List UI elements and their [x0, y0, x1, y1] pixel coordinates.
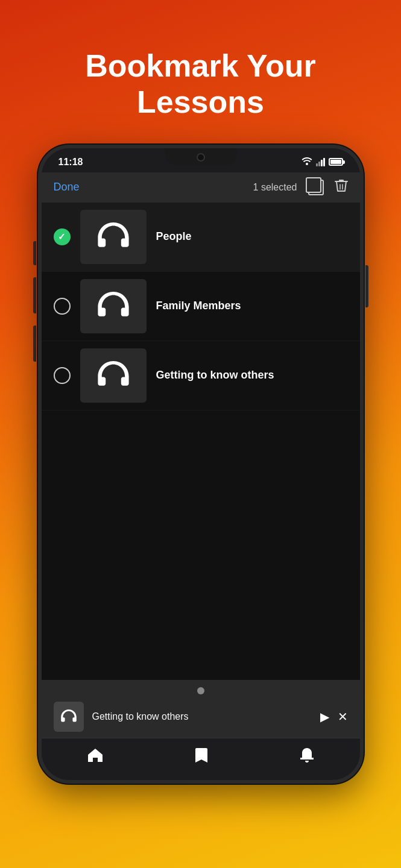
- nav-home[interactable]: [87, 747, 104, 767]
- bottom-player: Getting to know others ▶ ✕: [42, 680, 360, 738]
- player-title: Getting to know others: [92, 711, 312, 722]
- phone-shell: 11:18: [38, 145, 364, 784]
- player-thumbnail: [54, 702, 84, 732]
- lesson-list: People Family Members: [42, 203, 360, 680]
- lesson-thumbnail-2: [80, 279, 147, 333]
- svg-point-0: [306, 163, 308, 165]
- top-bar: Done 1 selected: [42, 172, 360, 203]
- bottom-nav: [42, 738, 360, 780]
- list-item[interactable]: Family Members: [42, 272, 360, 341]
- bookmark-icon: [194, 747, 209, 768]
- battery-icon: [329, 158, 343, 166]
- bell-icon: [299, 747, 315, 768]
- close-button[interactable]: ✕: [338, 709, 348, 724]
- lesson-thumbnail-1: [80, 210, 147, 264]
- nav-bookmark[interactable]: [194, 747, 209, 768]
- signal-icon: [316, 158, 325, 166]
- status-time: 11:18: [58, 157, 83, 168]
- list-item[interactable]: Getting to know others: [42, 341, 360, 410]
- camera-dot: [197, 153, 205, 162]
- headline-line1: Bookmark Your: [85, 48, 315, 83]
- player-progress-indicator: [197, 687, 204, 694]
- radio-button-3[interactable]: [54, 367, 71, 384]
- trash-icon[interactable]: [335, 178, 348, 197]
- side-button-left3: [33, 326, 36, 362]
- selected-count: 1 selected: [253, 182, 297, 193]
- nav-bell[interactable]: [299, 747, 315, 768]
- radio-button-2[interactable]: [54, 298, 71, 315]
- headline-line2: Lessons: [137, 84, 264, 119]
- notch: [165, 148, 237, 165]
- phone-mockup: 11:18: [38, 145, 364, 784]
- copy-icon[interactable]: [308, 180, 324, 195]
- player-content: Getting to know others ▶ ✕: [42, 696, 360, 738]
- side-button-right: [365, 265, 368, 307]
- lesson-title-3: Getting to know others: [156, 369, 274, 382]
- done-button[interactable]: Done: [54, 181, 80, 193]
- home-icon: [87, 747, 104, 767]
- lesson-thumbnail-3: [80, 348, 147, 403]
- side-button-left2: [33, 277, 36, 313]
- side-button-left1: [33, 241, 36, 265]
- lesson-title-2: Family Members: [156, 300, 241, 312]
- play-button[interactable]: ▶: [320, 709, 329, 724]
- status-icons: [302, 157, 343, 167]
- wifi-icon: [302, 157, 312, 167]
- list-item[interactable]: People: [42, 203, 360, 272]
- lesson-title-1: People: [156, 230, 192, 243]
- top-bar-actions: 1 selected: [253, 178, 348, 197]
- headline: Bookmark Your Lessons: [61, 48, 339, 121]
- radio-button-1[interactable]: [54, 228, 71, 245]
